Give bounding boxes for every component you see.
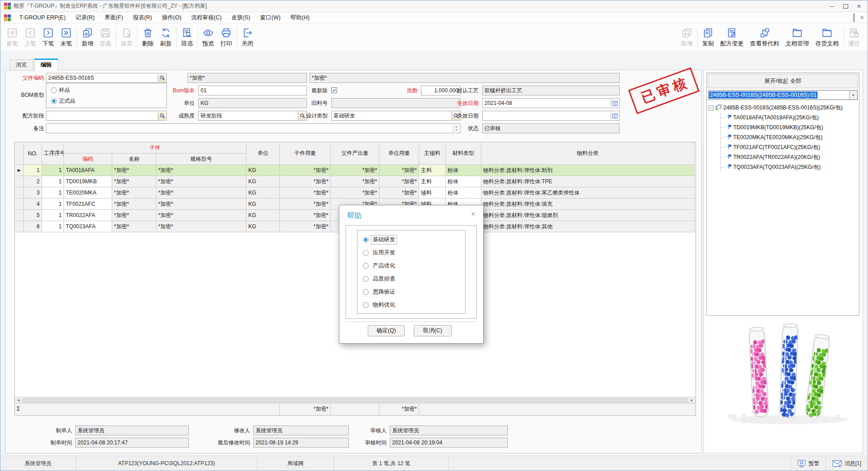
toolbar-button-new-doc[interactable]: 新增: [78, 26, 96, 49]
cell-name[interactable]: *加密*: [112, 199, 156, 210]
dialog-close-icon[interactable]: ×: [469, 209, 478, 218]
scroll-right-icon[interactable]: ▸: [688, 397, 695, 403]
cell-code[interactable]: TF0021AFC: [64, 199, 112, 210]
column-header[interactable]: 工序序号: [42, 142, 64, 165]
cell-code[interactable]: TR0022AFA: [64, 210, 112, 221]
scrollbar-thumb[interactable]: [23, 398, 688, 403]
menu-item-6[interactable]: 皮肤(S): [227, 12, 256, 23]
calendar-icon[interactable]: 31: [611, 99, 619, 107]
bom-type-option-sample[interactable]: 样品: [51, 86, 70, 94]
dialog-option-4[interactable]: 思路验证: [363, 288, 397, 296]
column-header[interactable]: 物料分类: [481, 142, 694, 165]
cell-name[interactable]: *加密*: [112, 187, 156, 199]
cell-name[interactable]: *加密*: [112, 221, 156, 232]
cell-code[interactable]: TA0018AFA: [64, 165, 112, 176]
dialog-option-0[interactable]: 基础研发: [363, 236, 397, 244]
cell-main_aux[interactable]: 辅料: [419, 187, 446, 199]
cell-seq[interactable]: 1: [42, 165, 64, 176]
cell-seq[interactable]: 1: [42, 210, 64, 221]
cell-code[interactable]: TD0019MKB: [64, 176, 112, 187]
parent-code-lookup-icon[interactable]: [158, 74, 166, 82]
cell-seq[interactable]: 1: [42, 221, 64, 232]
cell-parent_out[interactable]: *加密*: [331, 165, 379, 176]
maximize-icon[interactable]: [839, 1, 852, 11]
column-header[interactable]: 单位用量: [379, 142, 419, 165]
tree-item[interactable]: TQ0023AFA(TQ0023AFA)(25KG/包): [721, 162, 857, 172]
toolbar-button-swap[interactable]: 查看替代料: [747, 26, 782, 49]
cell-category[interactable]: 物料分类:原材料:弹性体:其他: [481, 221, 694, 232]
cell-no[interactable]: 5: [24, 210, 42, 221]
mdi-restore-icon[interactable]: [854, 14, 854, 22]
alert-button[interactable]: 预警: [790, 456, 826, 471]
expand-collapse-all-button[interactable]: 展开/收起 全部: [708, 74, 858, 88]
menu-item-0[interactable]: T-GROUP ERP(E): [14, 12, 71, 23]
tree-item[interactable]: TE0020MKA(TE0020MKA)(25KG/包): [721, 132, 857, 142]
cancel-button[interactable]: 取消(C): [414, 325, 452, 336]
cell-unit[interactable]: KG: [247, 221, 280, 232]
cell-spec[interactable]: *加密*: [156, 221, 247, 232]
tree-expander-icon[interactable]: −: [708, 105, 713, 110]
expiry-date-field[interactable]: 31: [482, 111, 620, 121]
menu-item-8[interactable]: 帮助(H): [285, 12, 314, 23]
effective-date-field[interactable]: 2021-04-08 31: [482, 98, 620, 108]
column-header[interactable]: 子件: [64, 142, 247, 154]
radio-icon[interactable]: [363, 276, 369, 282]
cell-seq[interactable]: 1: [42, 187, 64, 199]
dialog-option-1[interactable]: 应用开发: [363, 249, 397, 257]
menu-item-7[interactable]: 窗口(W): [255, 12, 285, 23]
cell-no[interactable]: 4: [24, 199, 42, 210]
tree-item[interactable]: TF0021AFC(TF0021AFC)(25KG/包): [721, 142, 857, 152]
cell-spec[interactable]: *加密*: [156, 199, 247, 210]
cell-spec[interactable]: *加密*: [156, 165, 247, 176]
toolbar-button-trash[interactable]: 删除: [139, 26, 157, 49]
radio-icon[interactable]: [363, 237, 369, 243]
message-button[interactable]: 消息[1]: [826, 456, 868, 471]
bom-version-combo[interactable]: 2485B-ESS-0016S(2485B-ESS-0016S):01 ▾: [708, 90, 858, 100]
scroll-left-icon[interactable]: ◂: [15, 397, 22, 403]
toolbar-button-folder[interactable]: 存货文档: [812, 26, 842, 49]
cell-seq[interactable]: 1: [42, 176, 64, 187]
cell-no[interactable]: 1: [24, 165, 42, 176]
cell-spec[interactable]: *加密*: [156, 210, 247, 221]
tab-browse[interactable]: 浏览: [9, 59, 33, 71]
cell-unit_qty[interactable]: *加密*: [379, 187, 419, 199]
toolbar-button-edit-doc[interactable]: 配方变更: [717, 26, 747, 49]
formula-stage-field[interactable]: [46, 111, 167, 121]
cell-unit_qty[interactable]: *加密*: [379, 165, 419, 176]
cell-main_aux[interactable]: 主料: [419, 176, 446, 187]
tree-item[interactable]: TR0022AFA(TR0022AFA)(20KG/包): [721, 152, 857, 162]
cell-seq[interactable]: 1: [42, 199, 64, 210]
toolbar-button-nav-last[interactable]: 末笔: [57, 26, 75, 49]
cell-code[interactable]: TE0020MKA: [64, 187, 112, 199]
cell-unit[interactable]: KG: [247, 210, 280, 221]
cell-qty[interactable]: *加密*: [280, 221, 331, 232]
horizontal-scrollbar[interactable]: ◂ ▸: [15, 397, 695, 403]
cell-parent_out[interactable]: *加密*: [331, 187, 379, 199]
cell-unit[interactable]: KG: [247, 176, 280, 187]
radio-icon[interactable]: [363, 302, 369, 308]
mdi-close-icon[interactable]: ✕: [860, 15, 864, 21]
column-header[interactable]: 规格型号: [156, 154, 247, 165]
column-header[interactable]: 单位: [247, 142, 280, 165]
cell-category[interactable]: 物料分类:原材料:弹性体:助剂: [481, 165, 694, 176]
cell-category[interactable]: 物料分类:原材料:弹性体:阻燃剂: [481, 210, 694, 221]
tab-edit[interactable]: 编辑: [34, 59, 58, 71]
calendar-icon[interactable]: 31: [611, 112, 619, 120]
column-header[interactable]: 编码: [64, 154, 112, 165]
cell-qty[interactable]: *加密*: [280, 176, 331, 187]
radio-icon[interactable]: [363, 250, 369, 256]
cell-mat_type[interactable]: 粉体: [446, 165, 481, 176]
column-header[interactable]: [15, 142, 24, 165]
menu-item-3[interactable]: 报表(R): [128, 12, 157, 23]
cell-main_aux[interactable]: 主料: [419, 165, 446, 176]
cell-mat_type[interactable]: 粉体: [446, 176, 481, 187]
column-header[interactable]: 材料类型: [446, 142, 481, 165]
cell-qty[interactable]: *加密*: [280, 165, 331, 176]
toolbar-button-copy[interactable]: 复制: [699, 26, 717, 49]
latest-version-checkbox[interactable]: [331, 87, 337, 93]
cell-qty[interactable]: *加密*: [280, 199, 331, 210]
combo-dropdown-icon[interactable]: ▾: [849, 91, 857, 100]
table-row[interactable]: ▶11TA0018AFA*加密**加密*KG*加密**加密**加密*主料粉体物料…: [15, 165, 694, 176]
cell-unit[interactable]: KG: [247, 199, 280, 210]
cell-no[interactable]: 3: [24, 187, 42, 199]
